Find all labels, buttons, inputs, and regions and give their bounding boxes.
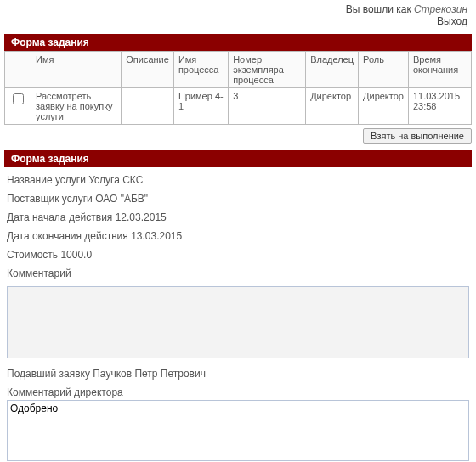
cell-role: Директор [359, 88, 409, 125]
col-owner: Владелец [306, 52, 359, 88]
topbar: Вы вошли как Стрекозин Выход [0, 0, 476, 32]
cell-owner: Директор [306, 88, 359, 125]
logged-in-prefix: Вы вошли как [346, 3, 414, 15]
supplier: Поставщик услуги ОАО "АБВ" [7, 193, 469, 205]
cost: Стоимость 1000.0 [7, 249, 469, 261]
username: Стрекозин [414, 3, 468, 15]
cell-name: Рассмотреть заявку на покупку услуги [31, 88, 122, 125]
task-form: Название услуги Услуга СКС Поставщик усл… [7, 174, 469, 462]
cell-due: 11.03.2015 23:58 [408, 88, 471, 125]
service-name: Название услуги Услуга СКС [7, 174, 469, 186]
row-checkbox[interactable] [13, 93, 24, 104]
cell-instance: 3 [229, 88, 306, 125]
cell-description [122, 88, 174, 125]
col-name: Имя [31, 52, 122, 88]
col-description: Описание [122, 52, 174, 88]
section-header-1: Форма задания [4, 34, 472, 51]
director-comment-textarea[interactable] [7, 400, 469, 461]
section-header-2: Форма задания [4, 150, 472, 167]
col-process-name: Имя процесса [173, 52, 228, 88]
logout-link[interactable]: Выход [437, 15, 468, 27]
cell-process-name: Пример 4-1 [173, 88, 228, 125]
end-date: Дата окончания действия 13.03.2015 [7, 230, 469, 242]
comment-label: Комментарий [7, 268, 469, 279]
take-task-button[interactable]: Взять на выполнение [363, 128, 472, 144]
tasks-table: Имя Описание Имя процесса Номер экземпля… [4, 51, 472, 125]
col-role: Роль [359, 52, 409, 88]
director-comment-label: Комментарий директора [7, 386, 469, 398]
col-due: Время окончания [408, 52, 471, 88]
start-date: Дата начала действия 12.03.2015 [7, 211, 469, 223]
table-row: Рассмотреть заявку на покупку услуги При… [5, 88, 472, 125]
col-instance: Номер экземпляра процесса [229, 52, 306, 88]
submitter: Подавший заявку Паучков Петр Петрович [7, 368, 469, 380]
comment-textarea[interactable] [7, 286, 469, 358]
